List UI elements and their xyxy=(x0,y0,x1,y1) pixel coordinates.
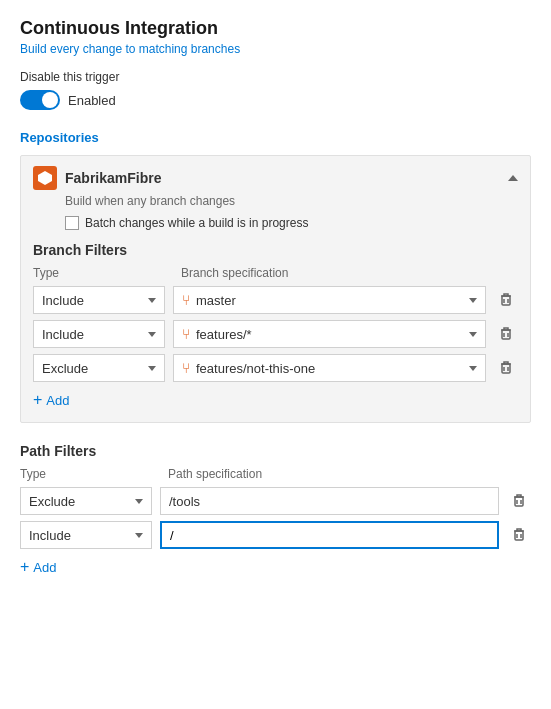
branch-icon-2: ⑂ xyxy=(182,360,190,376)
branch-delete-btn-0[interactable] xyxy=(494,288,518,312)
branch-spec-field-0[interactable]: ⑂ master xyxy=(173,286,486,314)
toggle-state-label: Enabled xyxy=(68,93,116,108)
path-type-value-1: Include xyxy=(29,528,71,543)
svg-rect-4 xyxy=(502,330,510,339)
branch-type-col-header: Type xyxy=(33,266,173,280)
branch-type-select-2[interactable]: Exclude xyxy=(33,354,165,382)
repositories-section-title: Repositories xyxy=(20,130,531,145)
branch-type-select-1[interactable]: Include xyxy=(33,320,165,348)
branch-delete-btn-1[interactable] xyxy=(494,322,518,346)
path-type-chevron-0 xyxy=(135,499,143,504)
add-branch-label: Add xyxy=(46,393,69,408)
branch-type-select-0[interactable]: Include xyxy=(33,286,165,314)
svg-rect-10 xyxy=(515,497,523,506)
batch-changes-checkbox[interactable] xyxy=(65,216,79,230)
add-path-filter-btn[interactable]: + Add xyxy=(20,555,531,579)
enabled-toggle[interactable] xyxy=(20,90,60,110)
branch-spec-chevron-2[interactable] xyxy=(469,366,477,371)
branch-spec-value-2: features/not-this-one xyxy=(196,361,463,376)
path-spec-value-0: /tools xyxy=(169,494,490,509)
svg-rect-7 xyxy=(502,364,510,373)
branch-spec-value-1: features/* xyxy=(196,327,463,342)
branch-type-chevron-2 xyxy=(148,366,156,371)
branch-type-value-1: Include xyxy=(42,327,84,342)
svg-rect-1 xyxy=(502,296,510,305)
branch-filter-row: Include ⑂ features/* xyxy=(33,320,518,348)
path-delete-btn-1[interactable] xyxy=(507,523,531,547)
repo-collapse-icon[interactable] xyxy=(508,175,518,181)
path-type-value-0: Exclude xyxy=(29,494,75,509)
path-filter-row-0: Exclude /tools xyxy=(20,487,531,515)
branch-icon-1: ⑂ xyxy=(182,326,190,342)
repo-icon xyxy=(33,166,57,190)
path-spec-col-header: Path specification xyxy=(168,467,531,481)
branch-spec-chevron-0[interactable] xyxy=(469,298,477,303)
branch-spec-field-1[interactable]: ⑂ features/* xyxy=(173,320,486,348)
path-spec-input-1[interactable] xyxy=(170,522,489,548)
branch-spec-value-0: master xyxy=(196,293,463,308)
branch-spec-field-2[interactable]: ⑂ features/not-this-one xyxy=(173,354,486,382)
add-path-label: Add xyxy=(33,560,56,575)
add-branch-plus-icon: + xyxy=(33,392,42,408)
repo-name: FabrikamFibre xyxy=(65,170,500,186)
page-subtitle: Build every change to matching branches xyxy=(20,42,531,56)
branch-type-chevron-1 xyxy=(148,332,156,337)
path-type-select-0[interactable]: Exclude xyxy=(20,487,152,515)
branch-spec-chevron-1[interactable] xyxy=(469,332,477,337)
path-type-chevron-1 xyxy=(135,533,143,538)
branch-type-value-0: Include xyxy=(42,293,84,308)
disable-trigger-label: Disable this trigger xyxy=(20,70,531,84)
add-branch-filter-btn[interactable]: + Add xyxy=(33,388,518,412)
batch-changes-label: Batch changes while a build is in progre… xyxy=(85,216,308,230)
page-title: Continuous Integration xyxy=(20,18,531,39)
branch-spec-col-header: Branch specification xyxy=(181,266,518,280)
branch-type-chevron-0 xyxy=(148,298,156,303)
branch-filter-row: Include ⑂ master xyxy=(33,286,518,314)
branch-filters-title: Branch Filters xyxy=(33,242,518,258)
repo-card: FabrikamFibre Build when any branch chan… xyxy=(20,155,531,423)
path-spec-field-1[interactable] xyxy=(160,521,499,549)
branch-delete-btn-2[interactable] xyxy=(494,356,518,380)
branch-type-value-2: Exclude xyxy=(42,361,88,376)
path-delete-btn-0[interactable] xyxy=(507,489,531,513)
path-type-select-1[interactable]: Include xyxy=(20,521,152,549)
path-spec-field-0[interactable]: /tools xyxy=(160,487,499,515)
svg-rect-13 xyxy=(515,531,523,540)
path-filters-title: Path Filters xyxy=(20,443,531,459)
svg-marker-0 xyxy=(38,171,52,185)
add-path-plus-icon: + xyxy=(20,559,29,575)
branch-icon-0: ⑂ xyxy=(182,292,190,308)
path-filter-row-1: Include xyxy=(20,521,531,549)
path-type-col-header: Type xyxy=(20,467,160,481)
branch-filter-row: Exclude ⑂ features/not-this-one xyxy=(33,354,518,382)
repo-subtitle: Build when any branch changes xyxy=(65,194,518,208)
